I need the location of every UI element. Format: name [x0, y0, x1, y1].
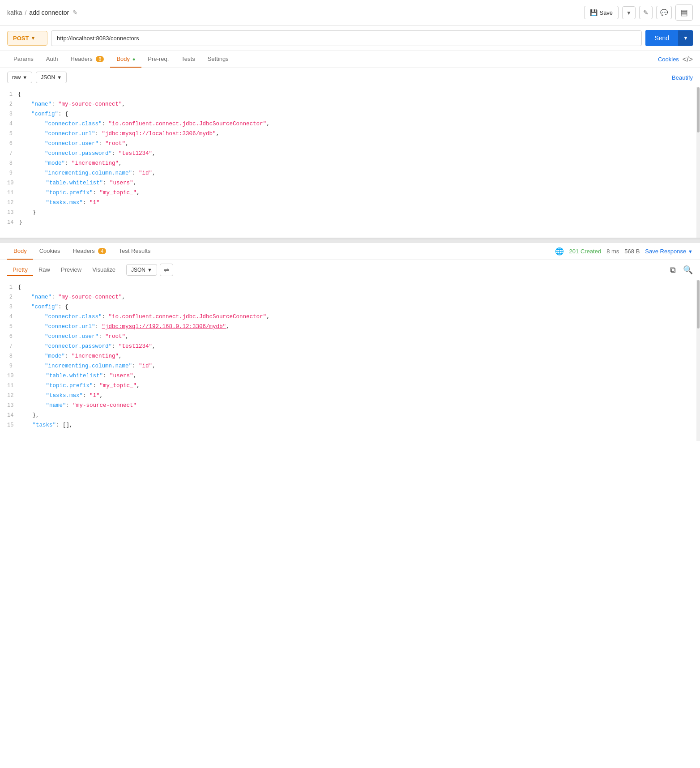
- panel-toggle-button[interactable]: ▤: [675, 4, 693, 21]
- code-line: 3 "config": {: [0, 111, 700, 120]
- method-label: POST: [13, 35, 29, 42]
- fmt-tab-preview[interactable]: Preview: [55, 264, 87, 276]
- code-line: 5 "connector.url": "jdbc:mysql://192.168…: [0, 323, 700, 333]
- code-line: 3 "config": {: [0, 303, 700, 313]
- request-body-editor[interactable]: 1{2 "name": "my-source-connect",3 "confi…: [0, 87, 700, 239]
- beautify-button[interactable]: Beautify: [672, 74, 693, 81]
- line-content: "name": "my-source-connect",: [18, 294, 700, 301]
- chevron-down-icon: ▼: [626, 10, 632, 16]
- code-line: 12 "tasks.max": "1": [0, 199, 700, 209]
- code-line: 8 "mode": "incrementing",: [0, 160, 700, 170]
- method-chevron-icon: ▼: [30, 35, 35, 41]
- fmt-tab-raw[interactable]: Raw: [33, 264, 55, 276]
- response-tabs: Body Cookies Headers 4 Test Results 🌐 20…: [0, 243, 700, 260]
- method-select[interactable]: POST ▼: [7, 31, 47, 46]
- tab-settings[interactable]: Settings: [201, 51, 235, 68]
- code-line: 12 "tasks.max": "1",: [0, 392, 700, 402]
- save-dropdown-button[interactable]: ▼: [622, 6, 636, 19]
- raw-label: raw: [12, 74, 21, 81]
- res-tab-headers[interactable]: Headers 4: [67, 243, 113, 260]
- search-icon: 🔍: [683, 265, 693, 274]
- raw-format-button[interactable]: raw ▼: [7, 72, 32, 83]
- comment-icon-button[interactable]: 💬: [656, 6, 672, 19]
- line-content: {: [18, 91, 700, 98]
- breadcrumb-parent[interactable]: kafka: [7, 9, 22, 16]
- tab-prereq[interactable]: Pre-req.: [141, 51, 175, 68]
- request-tabs: Params Auth Headers 8 Body ● Pre-req. Te…: [0, 51, 700, 68]
- save-response-button[interactable]: Save Response ▼: [645, 248, 693, 255]
- tab-auth[interactable]: Auth: [40, 51, 64, 68]
- code-line: 13 "name": "my-source-connect": [0, 402, 700, 412]
- search-button[interactable]: 🔍: [683, 265, 693, 275]
- edit-icon-button[interactable]: ✎: [639, 6, 653, 19]
- line-content: "incrementing.column.name": "id",: [18, 170, 700, 177]
- edit-title-button[interactable]: ✎: [72, 8, 79, 17]
- line-content: }: [19, 219, 700, 226]
- json-select-chevron-icon: ▼: [147, 267, 152, 273]
- body-options: raw ▼ JSON ▼ Beautify: [0, 68, 700, 87]
- code-line: 9 "incrementing.column.name": "id",: [0, 170, 700, 179]
- res-tab-body[interactable]: Body: [7, 243, 33, 260]
- line-content: "config": {: [18, 303, 700, 311]
- res-tab-cookies[interactable]: Cookies: [33, 243, 67, 260]
- json-label: JSON: [41, 74, 55, 81]
- json-format-button[interactable]: JSON ▼: [36, 72, 67, 83]
- line-content: {: [18, 284, 700, 291]
- tab-params[interactable]: Params: [7, 51, 40, 68]
- line-content: "incrementing.column.name": "id",: [18, 363, 700, 370]
- globe-icon: 🌐: [555, 247, 564, 256]
- response-status-area: 🌐 201 Created 8 ms 568 B Save Response ▼: [555, 247, 693, 256]
- url-bar: POST ▼ Send ▼: [0, 26, 700, 51]
- res-tab-test-results[interactable]: Test Results: [112, 243, 157, 260]
- code-line: 9 "incrementing.column.name": "id",: [0, 363, 700, 372]
- line-content: "connector.url": "jdbc:mysql://192.168.0…: [18, 323, 700, 330]
- send-dropdown-button[interactable]: ▼: [678, 30, 693, 46]
- line-content: "mode": "incrementing",: [18, 160, 700, 167]
- line-content: "tasks.max": "1",: [19, 392, 700, 399]
- filter-button[interactable]: ⇌: [160, 264, 173, 276]
- line-content: "topic.prefix": "my_topic_",: [19, 382, 700, 389]
- code-line: 2 "name": "my-source-connect",: [0, 294, 700, 303]
- tab-headers[interactable]: Headers 8: [64, 51, 111, 68]
- line-content: "tasks.max": "1": [19, 199, 700, 206]
- fmt-tab-pretty[interactable]: Pretty: [7, 264, 33, 276]
- send-button-group: Send ▼: [645, 30, 693, 46]
- code-line: 10 "table.whitelist": "users",: [0, 179, 700, 189]
- header: kafka / add connector ✎ 💾 Save ▼ ✎ 💬 ▤: [0, 0, 700, 26]
- code-line: 5 "connector.url": "jdbc:mysql://localho…: [0, 130, 700, 140]
- code-line: 2 "name": "my-source-connect",: [0, 101, 700, 111]
- status-badge: 201 Created: [569, 248, 602, 255]
- response-format-bar: Pretty Raw Preview Visualize JSON ▼ ⇌ ⧉ …: [0, 260, 700, 280]
- code-line: 10 "table.whitelist": "users",: [0, 372, 700, 382]
- line-content: },: [19, 412, 700, 419]
- response-section: Body Cookies Headers 4 Test Results 🌐 20…: [0, 243, 700, 441]
- code-line: 1{: [0, 284, 700, 294]
- tab-body[interactable]: Body ●: [110, 51, 141, 68]
- line-content: "name": "my-source-connect": [19, 402, 700, 409]
- breadcrumb-current: add connector: [29, 9, 69, 16]
- copy-icon: ⧉: [670, 265, 676, 274]
- breadcrumb: kafka / add connector ✎: [7, 8, 79, 17]
- save-button-label: Save: [599, 9, 613, 16]
- json-select-label: JSON: [131, 267, 145, 273]
- code-icon-button[interactable]: </>: [683, 55, 693, 64]
- line-content: "mode": "incrementing",: [18, 353, 700, 360]
- cookies-link[interactable]: Cookies: [658, 56, 679, 63]
- fmt-tab-visualize[interactable]: Visualize: [87, 264, 121, 276]
- code-line: 4 "connector.class": "io.confluent.conne…: [0, 313, 700, 323]
- line-content: "connector.password": "test1234",: [18, 150, 700, 157]
- line-content: "name": "my-source-connect",: [18, 101, 700, 108]
- line-content: "connector.user": "root",: [18, 140, 700, 147]
- json-select-button[interactable]: JSON ▼: [126, 264, 157, 276]
- send-button[interactable]: Send: [645, 30, 678, 46]
- code-line: 8 "mode": "incrementing",: [0, 353, 700, 363]
- url-input[interactable]: [51, 30, 642, 46]
- breadcrumb-separator: /: [25, 9, 26, 16]
- response-time: 8 ms: [606, 248, 619, 255]
- code-line: 15 "tasks": [],: [0, 422, 700, 431]
- copy-button[interactable]: ⧉: [670, 265, 676, 275]
- response-size: 568 B: [624, 248, 640, 255]
- response-body-editor: 1{2 "name": "my-source-connect",3 "confi…: [0, 280, 700, 441]
- save-button[interactable]: 💾 Save: [584, 6, 619, 19]
- tab-tests[interactable]: Tests: [175, 51, 201, 68]
